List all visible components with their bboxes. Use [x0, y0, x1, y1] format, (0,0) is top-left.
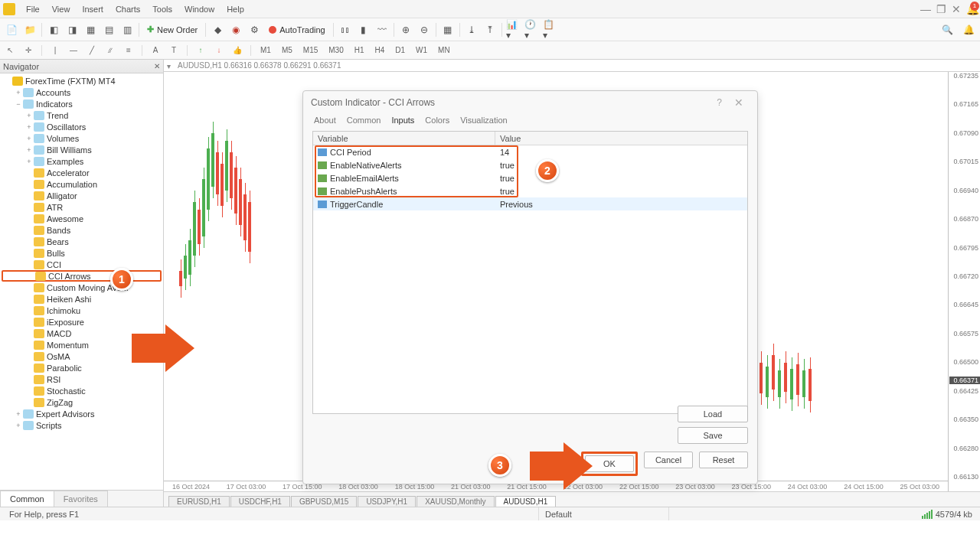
thumbs-up-icon[interactable]: 👍 [230, 44, 244, 57]
metaquotes-icon[interactable]: ◆ [209, 21, 226, 38]
tree-item-custom-moving-ave-[interactable]: Custom Moving Ave... [0, 282, 163, 293]
arrow-down-icon[interactable]: ↓ [212, 44, 226, 57]
timeframe-m1[interactable]: M1 [257, 46, 274, 54]
tree-item-examples[interactable]: +Examples [0, 155, 163, 167]
timeframe-mn[interactable]: MN [435, 46, 453, 54]
new-chart-icon[interactable]: 📄 [3, 21, 20, 38]
tree-item-bill-williams[interactable]: +Bill Williams [0, 144, 163, 155]
menu-view[interactable]: View [46, 5, 77, 14]
chart-tab-eurusd-h1[interactable]: EURUSD,H1 [168, 496, 230, 507]
tree-item-accounts[interactable]: +Accounts [0, 86, 163, 98]
channel-icon[interactable]: ⫽ [103, 44, 117, 57]
tree-item-bulls[interactable]: Bulls [0, 247, 163, 259]
line-chart-icon[interactable]: 〰 [374, 21, 390, 38]
tree-item-expert-advisors[interactable]: +Expert Advisors [0, 408, 163, 419]
candlestick-icon[interactable]: ▮ [355, 21, 372, 38]
window-restore-icon[interactable]: ❐ [936, 4, 946, 15]
fibonacci-icon[interactable]: ≡ [122, 44, 136, 57]
tile-icon[interactable]: ▦ [439, 21, 456, 38]
tree-item-cci[interactable]: CCI [0, 259, 163, 270]
menu-insert[interactable]: Insert [76, 5, 109, 14]
navigator-tab-common[interactable]: Common [0, 491, 54, 507]
tree-item-cci-arrows[interactable]: CCI Arrows [2, 270, 162, 282]
dialog-tab-inputs[interactable]: Inputs [390, 114, 416, 126]
chart-tab-gbpusd-m15[interactable]: GBPUSD,M15 [291, 496, 357, 507]
window-minimize-icon[interactable]: — [920, 4, 931, 15]
navigator-tab-favorites[interactable]: Favorites [54, 491, 108, 507]
dialog-tab-about[interactable]: About [312, 114, 338, 126]
alerts-icon[interactable]: 🔔 [960, 21, 977, 38]
chart-tab-usdjpy-h1[interactable]: USDJPY,H1 [358, 496, 416, 507]
chart-tab-xauusd-monthly[interactable]: XAUUSD,Monthly [416, 496, 494, 507]
timeframe-m15[interactable]: M15 [300, 46, 321, 54]
tree-item-parabolic[interactable]: Parabolic [0, 362, 163, 373]
tree-item-accumulation[interactable]: Accumulation [0, 178, 163, 190]
dialog-tab-colors[interactable]: Colors [423, 114, 451, 126]
tree-item-scripts[interactable]: +Scripts [0, 419, 163, 431]
navigator-tree[interactable]: ForexTime (FXTM) MT4+Accounts−Indicators… [0, 73, 163, 490]
crosshair-icon[interactable]: ✛ [21, 44, 35, 57]
tree-item-indicators[interactable]: −Indicators [0, 98, 163, 109]
vertical-line-icon[interactable]: | [48, 44, 62, 57]
timeframe-m30[interactable]: M30 [325, 46, 346, 54]
input-row-cci-period[interactable]: CCI Period14 [313, 145, 747, 158]
dialog-close-icon[interactable]: ✕ [728, 96, 750, 109]
search-icon[interactable]: 🔍 [939, 21, 956, 38]
tree-item-rsi[interactable]: RSI [0, 373, 163, 385]
tree-root[interactable]: ForexTime (FXTM) MT4 [0, 75, 163, 86]
chart-shift-icon[interactable]: ⤒ [482, 21, 498, 38]
tree-item-oscillators[interactable]: +Oscillators [0, 121, 163, 132]
timeframe-h1[interactable]: H1 [351, 46, 368, 54]
timeframe-w1[interactable]: W1 [413, 46, 430, 54]
chart-tab-audusd-h1[interactable]: AUDUSD,H1 [495, 496, 557, 507]
menu-help[interactable]: Help [220, 5, 250, 14]
tree-item-heiken-ashi[interactable]: Heiken Ashi [0, 293, 163, 305]
text-icon[interactable]: A [149, 44, 162, 57]
menu-charts[interactable]: Charts [109, 5, 146, 14]
timeframe-m5[interactable]: M5 [279, 46, 296, 54]
chart-dropdown-icon[interactable]: ▾ [167, 62, 175, 70]
window-close-icon[interactable]: ✕ [951, 4, 962, 15]
new-order-button[interactable]: ✚New Order [142, 21, 202, 38]
tree-item-trend[interactable]: +Trend [0, 109, 163, 121]
strategy-tester-icon[interactable]: ▥ [119, 21, 136, 38]
tree-item-atr[interactable]: ATR [0, 201, 163, 213]
input-row-enablenativealerts[interactable]: EnableNativeAlertstrue [313, 158, 747, 171]
input-row-enableemailalerts[interactable]: EnableEmailAlertstrue [313, 171, 747, 184]
menu-window[interactable]: Window [178, 5, 220, 14]
autotrading-button[interactable]: AutoTrading [264, 21, 330, 38]
tree-item-alligator[interactable]: Alligator [0, 190, 163, 201]
tree-item-bands[interactable]: Bands [0, 224, 163, 236]
expert-icon[interactable]: ◉ [227, 21, 244, 38]
tree-item-ichimoku[interactable]: Ichimoku [0, 305, 163, 316]
market-watch-icon[interactable]: ◧ [45, 21, 62, 38]
data-window-icon[interactable]: ◨ [64, 21, 80, 38]
tree-item-iexposure[interactable]: iExposure [0, 316, 163, 328]
tree-item-volumes[interactable]: +Volumes [0, 132, 163, 144]
load-button[interactable]: Load [678, 406, 748, 422]
templates-icon[interactable]: 📋▾ [542, 21, 559, 38]
input-row-triggercandle[interactable]: TriggerCandlePrevious [313, 197, 747, 210]
tree-item-stochastic[interactable]: Stochastic [0, 385, 163, 396]
options-icon[interactable]: ⚙ [246, 21, 263, 38]
input-row-enablepushalerts[interactable]: EnablePushAlertstrue [313, 184, 747, 197]
navigator-icon[interactable]: ▦ [82, 21, 99, 38]
tree-item-zigzag[interactable]: ZigZag [0, 396, 163, 408]
zoom-out-icon[interactable]: ⊖ [416, 21, 433, 38]
tree-item-accelerator[interactable]: Accelerator [0, 167, 163, 178]
dialog-tab-common[interactable]: Common [345, 114, 383, 126]
cancel-button[interactable]: Cancel [644, 452, 693, 468]
label-icon[interactable]: T [167, 44, 181, 57]
periods-icon[interactable]: 🕐▾ [524, 21, 541, 38]
tree-item-bears[interactable]: Bears [0, 236, 163, 247]
timeframe-h4[interactable]: H4 [372, 46, 388, 54]
tree-item-awesome[interactable]: Awesome [0, 213, 163, 224]
timeframe-d1[interactable]: D1 [392, 46, 408, 54]
profiles-icon[interactable]: 📁 [21, 21, 38, 38]
menu-file[interactable]: File [20, 5, 46, 14]
arrow-up-icon[interactable]: ↑ [194, 44, 207, 57]
trendline-icon[interactable]: ╱ [85, 44, 99, 57]
menu-tools[interactable]: Tools [146, 5, 178, 14]
zoom-in-icon[interactable]: ⊕ [397, 21, 414, 38]
bar-chart-icon[interactable]: ⫾⫾ [337, 21, 354, 38]
